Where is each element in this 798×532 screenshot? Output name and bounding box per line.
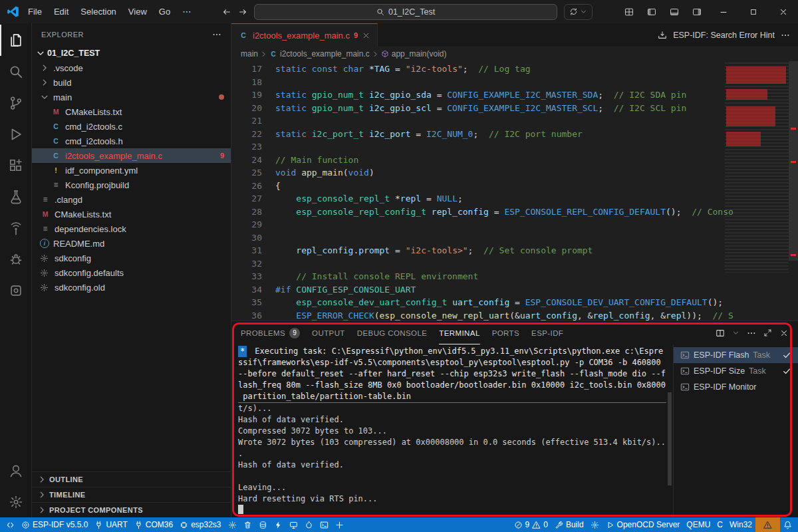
tree-item-cmd-i2ctools-h[interactable]: Ccmd_i2ctools.h (32, 134, 231, 148)
search-error-hint-icon[interactable] (658, 31, 667, 40)
activity-debug-tools[interactable] (0, 243, 31, 275)
code-line-20[interactable]: 20static gpio_num_t i2c_gpio_scl = CONFI… (231, 102, 798, 115)
tree-item-cmakelists-txt[interactable]: MCMakeLists.txt (32, 207, 231, 221)
status-monitor[interactable] (286, 517, 301, 532)
tree-item-build[interactable]: build (32, 75, 231, 90)
tree-item-idf-component-yml[interactable]: !idf_component.yml (32, 163, 231, 178)
activity-search[interactable] (0, 56, 31, 87)
panel-tab-debug-console[interactable]: DEBUG CONSOLE (357, 321, 428, 344)
tree-item-kconfig-projbuild[interactable]: ≡Kconfig.projbuild (32, 178, 231, 192)
status-settings[interactable] (587, 517, 602, 532)
toggle-panel-button[interactable] (663, 0, 686, 23)
tree-item-sdkconfig-defaults[interactable]: sdkconfig.defaults (32, 265, 231, 280)
status-flash[interactable] (271, 517, 286, 532)
maximize-panel-icon[interactable] (763, 329, 772, 337)
code-line-17[interactable]: 17static const char *TAG = "i2c-tools"; … (231, 63, 798, 76)
code-line-36[interactable]: 36 ESP_ERROR_CHECK(esp_console_new_repl_… (231, 309, 798, 321)
activity-run-debug[interactable] (0, 118, 31, 150)
status-problems[interactable]: 90 (511, 517, 551, 532)
terminal-scrollbar[interactable] (666, 344, 673, 517)
activity-extensions[interactable] (0, 150, 31, 181)
status-build-flash-monitor[interactable] (301, 517, 317, 532)
forward-icon[interactable] (238, 7, 247, 17)
more-actions-icon[interactable] (212, 30, 221, 39)
menu-[interactable]: ⋯ (176, 0, 197, 23)
code-line-25[interactable]: 25void app_main(void) (231, 166, 798, 180)
more-actions-icon[interactable] (781, 31, 790, 40)
terminal-output[interactable]: * Executing task: C:\Espressif\python_en… (231, 344, 666, 517)
code-line-34[interactable]: 34#if CONFIG_ESP_CONSOLE_UART (231, 283, 798, 297)
status-warning-block[interactable] (755, 517, 780, 532)
status-full-clean[interactable] (240, 517, 255, 532)
esp-idf-hint-label[interactable]: ESP-IDF: Search Error Hint (673, 31, 775, 40)
status-device-target[interactable]: esp32s3 (176, 517, 224, 532)
breadcrumb-main[interactable]: main (241, 49, 258, 59)
close-tab-icon[interactable] (362, 31, 370, 40)
scrollbar-thumb[interactable] (668, 392, 672, 485)
terminal-tab-esp-idf-flash[interactable]: ESP-IDF FlashTask (674, 347, 798, 363)
code-editor[interactable]: 17static const char *TAG = "i2c-tools"; … (231, 61, 798, 321)
project-root[interactable]: 01_I2C_TEST (32, 46, 231, 61)
code-line-35[interactable]: 35 esp_console_dev_uart_config_t uart_co… (231, 296, 798, 309)
code-line-32[interactable]: 32 (231, 257, 798, 271)
code-line-22[interactable]: 22static i2c_port_t i2c_port = I2C_NUM_0… (231, 128, 798, 141)
code-line-18[interactable]: 18 (231, 76, 798, 89)
toggle-secondary-sidebar-button[interactable] (686, 0, 708, 23)
code-line-24[interactable]: 24// Main function (231, 154, 798, 167)
status-espidf-version[interactable]: ESP-IDF v5.5.0 (18, 517, 91, 532)
section-project-components[interactable]: PROJECT COMPONENTS (32, 502, 231, 517)
menu-file[interactable]: File (22, 0, 48, 23)
activity-explorer[interactable] (0, 25, 31, 56)
tree-item-vscode[interactable]: .vscode (32, 61, 231, 75)
chevron-down-icon[interactable] (732, 329, 739, 336)
code-line-21[interactable]: 21 (231, 114, 798, 128)
split-terminal-icon[interactable] (716, 329, 725, 338)
status-platform[interactable]: Win32 (726, 517, 755, 532)
panel-tab-output[interactable]: OUTPUT (312, 321, 345, 344)
terminal-tab-esp-idf-monitor[interactable]: ESP-IDF Monitor (674, 379, 798, 395)
code-line-19[interactable]: 19static gpio_num_t i2c_gpio_sda = CONFI… (231, 88, 798, 102)
status-terminal[interactable] (317, 517, 332, 532)
tab-i2ctools-example-main-c[interactable]: C i2ctools_example_main.c 9 (231, 23, 378, 47)
status-remote[interactable] (3, 517, 18, 532)
status-language-mode[interactable]: C (714, 517, 726, 532)
close-panel-icon[interactable] (779, 329, 789, 338)
command-center-search[interactable]: 01_I2C_Test (254, 4, 557, 20)
more-actions-icon[interactable] (747, 329, 756, 338)
back-icon[interactable] (222, 7, 231, 17)
status-qemu[interactable]: QEMU (683, 517, 714, 532)
status-notifications[interactable] (780, 517, 795, 532)
code-line-28[interactable]: 28 esp_console_repl_config_t repl_config… (231, 205, 798, 219)
code-line-23[interactable]: 23 (231, 140, 798, 154)
status-custom-task[interactable] (332, 517, 347, 532)
panel-tab-problems[interactable]: PROBLEMS9 (241, 321, 300, 344)
status-build[interactable] (255, 517, 271, 532)
task-runner-control[interactable] (564, 4, 593, 20)
toggle-sidebar-button[interactable] (640, 0, 663, 23)
activity-testing[interactable] (0, 181, 31, 212)
status-openocd-server[interactable]: OpenOCD Server (602, 517, 684, 532)
terminal-tab-esp-idf-size[interactable]: ESP-IDF SizeTask (674, 363, 798, 379)
tree-item-readme-md[interactable]: iREADME.md (32, 236, 231, 251)
menu-selection[interactable]: Selection (74, 0, 122, 23)
section-outline[interactable]: OUTLINE (32, 471, 231, 487)
task-decoration[interactable]: * (238, 346, 247, 357)
menu-view[interactable]: View (122, 0, 153, 23)
settings-button[interactable] (0, 486, 31, 517)
tree-item-sdkconfig[interactable]: sdkconfig (32, 251, 231, 265)
customize-layout-button[interactable] (618, 0, 640, 23)
activity-esp-idf-explorer[interactable] (0, 275, 31, 306)
section-timeline[interactable]: TIMELINE (32, 487, 231, 502)
tree-item-i2ctools-example-main-c[interactable]: Ci2ctools_example_main.c9 (32, 148, 231, 163)
breadcrumb-i2ctools-example-main-c[interactable]: Ci2ctools_example_main.c (269, 49, 370, 59)
panel-tab-terminal[interactable]: TERMINAL (439, 321, 479, 344)
tree-item-cmd-i2ctools-c[interactable]: Ccmd_i2ctools.c (32, 119, 231, 134)
code-line-27[interactable]: 27 esp_console_repl_t *repl = NULL; (231, 192, 798, 205)
status-build-task[interactable]: Build (551, 517, 587, 532)
tree-item-sdkconfig-old[interactable]: sdkconfig.old (32, 280, 231, 295)
breadcrumb-app-main-void[interactable]: app_main(void) (381, 49, 447, 59)
code-line-33[interactable]: 33 // Install console REPL environment (231, 270, 798, 283)
tree-item-main[interactable]: main (32, 90, 231, 104)
editor-scrollbar[interactable] (789, 61, 798, 321)
close-window-button[interactable] (768, 0, 798, 23)
